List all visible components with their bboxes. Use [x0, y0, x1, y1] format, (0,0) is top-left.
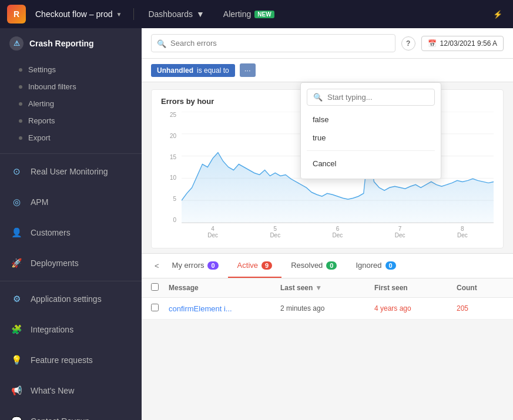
dropdown-cancel-button[interactable]: Cancel [307, 154, 435, 173]
select-all-checkbox[interactable] [151, 283, 159, 291]
tab-ignored[interactable]: Ignored 0 [346, 254, 405, 278]
tab-active-badge: 9 [261, 261, 272, 270]
sidebar-item-inbound-filters[interactable]: Inbound filters [0, 78, 142, 95]
feature-requests-icon: 💡 [9, 353, 24, 367]
tab-active[interactable]: Active 9 [228, 254, 282, 278]
dot-icon [19, 136, 22, 140]
sidebar-item-application-settings[interactable]: ⚙ Application settings [0, 284, 142, 314]
sidebar-item-apm[interactable]: ◎ APM [0, 187, 142, 217]
inbound-filters-label: Inbound filters [28, 82, 76, 91]
tab-resolved-badge: 0 [326, 261, 337, 270]
sidebar-item-whats-new[interactable]: 📢 What's New [0, 375, 142, 406]
dropdown-search-icon: 🔍 [313, 93, 323, 102]
integrations-icon: 🧩 [9, 322, 24, 337]
feature-requests-label: Feature requests [31, 355, 93, 365]
app-settings-label: Application settings [31, 294, 102, 304]
help-button[interactable]: ? [401, 36, 415, 51]
sidebar-item-integrations[interactable]: 🧩 Integrations [0, 314, 142, 345]
dashboards-nav[interactable]: Dashboards ▼ [141, 7, 211, 21]
y-label-5: 5 [173, 196, 176, 202]
filter-tag-operator: is equal to [197, 66, 229, 75]
dashboards-chevron-icon: ▼ [196, 9, 204, 19]
sidebar-item-real-user-monitoring[interactable]: ⊙ Real User Monitoring [0, 156, 142, 187]
table-row: confirmElement i... 2 minutes ago 4 year… [142, 298, 513, 320]
tab-my-errors-badge: 0 [207, 261, 218, 270]
contact-icon: 💬 [9, 414, 24, 420]
x-label-5dec: 5Dec [270, 226, 280, 238]
customers-label: Customers [31, 228, 71, 237]
row-checkbox[interactable] [151, 304, 159, 311]
y-axis: 25 20 15 10 5 0 [161, 112, 179, 223]
crash-reporting-sub-items: Settings Inbound filters Alerting Report… [0, 59, 142, 151]
app-title-text: Checkout flow – prod [35, 9, 113, 19]
lightning-icon: ⚡ [493, 10, 502, 19]
filter-row: Unhandled is equal to ··· 🔍 false true C… [142, 59, 513, 82]
sidebar-item-alerting[interactable]: Alerting [0, 95, 142, 112]
sidebar-item-deployments[interactable]: 🚀 Deployments [0, 248, 142, 278]
alerting-badge: NEW [254, 11, 274, 18]
tab-scroll-left[interactable]: < [151, 256, 163, 276]
date-text: 12/03/2021 9:56 A [440, 39, 497, 48]
crash-reporting-section[interactable]: ⚠ Crash Reporting [0, 28, 142, 59]
chevron-down-icon: ▼ [116, 11, 122, 18]
date-picker-button[interactable]: 📅 12/03/2021 9:56 A [421, 36, 504, 51]
tab-active-label: Active [237, 261, 258, 270]
sidebar: ⚠ Crash Reporting Settings Inbound filte… [0, 28, 142, 420]
dropdown-option-false[interactable]: false [307, 110, 435, 129]
th-last-seen[interactable]: Last seen ▼ [280, 284, 374, 292]
search-input[interactable] [151, 34, 395, 52]
sidebar-item-reports[interactable]: Reports [0, 112, 142, 129]
rum-icon: ⊙ [9, 164, 24, 179]
y-label-0: 0 [173, 217, 176, 223]
app-settings-icon: ⚙ [9, 292, 24, 306]
dot-icon [19, 68, 22, 72]
td-last-seen: 2 minutes ago [280, 304, 374, 313]
table-header: Message Last seen ▼ First seen Count [142, 278, 513, 298]
contact-label: Contact Raygun [31, 416, 89, 420]
filter-more-button[interactable]: ··· [240, 63, 256, 77]
y-label-15: 15 [170, 154, 176, 160]
sidebar-divider-2 [0, 281, 142, 281]
sidebar-item-settings[interactable]: Settings [0, 61, 142, 78]
dropdown-search-input[interactable] [327, 93, 428, 102]
export-label: Export [28, 133, 51, 142]
y-label-10: 10 [170, 174, 176, 181]
dashboards-label: Dashboards [148, 9, 193, 19]
th-first-seen: First seen [374, 284, 457, 292]
sidebar-item-customers[interactable]: 👤 Customers [0, 217, 142, 248]
sidebar-item-feature-requests[interactable]: 💡 Feature requests [0, 345, 142, 375]
x-axis: 4Dec 5Dec 6Dec 7Dec 8Dec [182, 223, 494, 241]
sidebar-item-export[interactable]: Export [0, 129, 142, 146]
filter-tag[interactable]: Unhandled is equal to [151, 64, 235, 77]
tabs-row: < My errors 0 Active 9 Resolved 0 Ignore… [142, 253, 513, 278]
th-count: Count [457, 284, 504, 292]
whats-new-icon: 📢 [9, 384, 24, 398]
search-input-wrap: 🔍 [151, 34, 395, 52]
dropdown-option-true[interactable]: true [307, 129, 435, 147]
td-checkbox[interactable] [151, 304, 169, 313]
reports-label: Reports [28, 116, 55, 125]
tab-resolved[interactable]: Resolved 0 [281, 254, 346, 278]
integrations-label: Integrations [31, 325, 73, 334]
lightning-icon-button[interactable]: ⚡ [489, 6, 506, 22]
search-icon: 🔍 [157, 39, 166, 48]
sort-icon: ▼ [315, 284, 322, 292]
alerting-nav[interactable]: Alerting NEW [216, 7, 281, 21]
x-label-7dec: 7Dec [395, 226, 405, 238]
nav-divider [133, 8, 134, 20]
rum-label: Real User Monitoring [31, 167, 108, 176]
sidebar-item-contact-raygun[interactable]: 💬 Contact Raygun [0, 406, 142, 420]
td-message[interactable]: confirmElement i... [169, 304, 280, 313]
apm-label: APM [31, 197, 48, 207]
tab-ignored-badge: 0 [385, 261, 396, 270]
main-content: 🔍 ? 📅 12/03/2021 9:56 A Unhandled is equ… [142, 28, 513, 420]
app-title-button[interactable]: Checkout flow – prod ▼ [31, 7, 126, 21]
th-message: Message [169, 284, 280, 292]
tab-my-errors[interactable]: My errors 0 [163, 254, 228, 278]
dot-icon [19, 119, 22, 123]
y-label-25: 25 [170, 112, 176, 118]
tab-ignored-label: Ignored [356, 261, 381, 270]
layout: ⚠ Crash Reporting Settings Inbound filte… [0, 28, 513, 420]
dropdown-search-wrap: 🔍 [307, 89, 435, 106]
th-last-seen-label: Last seen [280, 284, 313, 292]
